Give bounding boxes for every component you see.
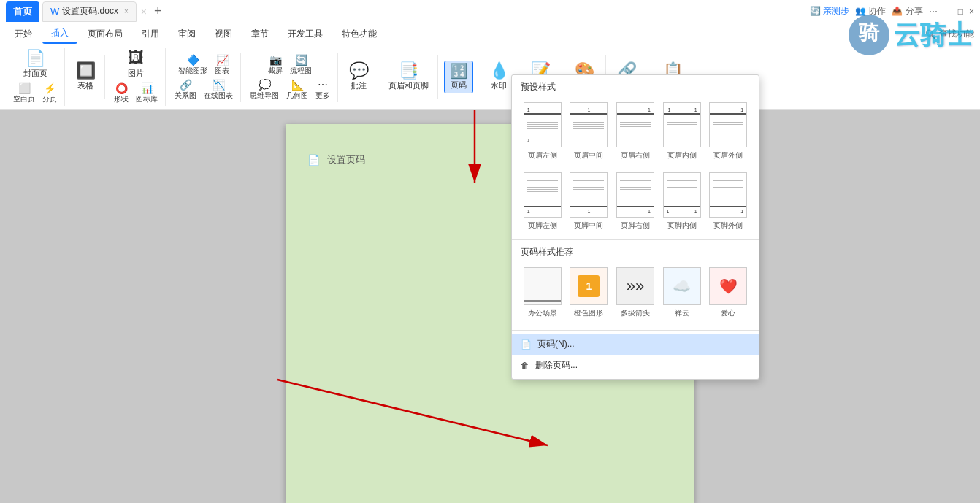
tab-insert[interactable]: 插入 [42, 24, 77, 44]
preset-thumb-footer-inner: 1 1 [663, 172, 701, 218]
group-pageno: 🔢 页码 [440, 55, 478, 99]
header-presets-grid: 1 1 页眉左侧 1 [512, 96, 759, 166]
pageno-custom-btn[interactable]: 📄 页码(N)... [512, 334, 759, 355]
main-area: 📄 设置页码 [0, 110, 980, 503]
group-smart: 🔷 智能图形 📈 图表 🔗 关系图 📉 在线图表 [167, 53, 241, 102]
preset-thumb-header-center: 1 [570, 102, 608, 147]
screenshot-btn[interactable]: 📷 截屏 [265, 53, 286, 77]
svg-text:骑: 骑 [858, 21, 880, 44]
mindmap-btn[interactable]: 💭 思维导图 [247, 77, 282, 102]
tab-home[interactable]: 开始 [6, 25, 41, 43]
pageno-icon: 🔢 [450, 64, 468, 78]
style-thumb-hearts: ❤️ [709, 267, 747, 305]
table-btn[interactable]: 🔲 表格 [71, 61, 100, 93]
geo-btn[interactable]: 📐 几何图 [283, 77, 311, 102]
comment-btn[interactable]: 💬 批注 [344, 61, 373, 93]
style-label-orange: 橙色图形 [574, 308, 603, 318]
shape-btn[interactable]: ⭕ 形状 [111, 81, 131, 106]
logo-text: 云骑士 [894, 18, 973, 53]
image-btn[interactable]: 🖼 图片 [121, 48, 150, 81]
delete-pageno-btn[interactable]: 🗑 删除页码... [512, 355, 759, 376]
image-label: 图片 [128, 68, 144, 79]
tab-view[interactable]: 视图 [206, 25, 241, 43]
close-tab-btn[interactable]: × [124, 7, 129, 15]
header-footer-label: 页眉和页脚 [388, 80, 429, 91]
file-tab-label: 设置页码.docx [62, 5, 118, 18]
online-chart-btn[interactable]: 📉 在线图表 [201, 77, 236, 102]
footer-presets-grid: 1 页脚左侧 1 页脚中间 [512, 166, 759, 237]
watermark-btn[interactable]: 💧 水印 [484, 61, 513, 93]
header-icon: 📄 [307, 154, 320, 166]
image-icon: 🖼 [128, 50, 144, 66]
style-arrows[interactable]: »» 多级箭头 [613, 264, 657, 321]
tab-reference[interactable]: 引用 [133, 25, 168, 43]
preset-label-header-inner: 页眉内侧 [667, 150, 697, 161]
close-window-btn[interactable]: × [141, 6, 147, 18]
shape-label: 形状 [114, 94, 129, 104]
header-footer-icon: 📑 [399, 63, 418, 79]
delete-pageno-icon: 🗑 [521, 361, 529, 371]
relation-label: 关系图 [175, 91, 196, 101]
style-thumb-arrows: »» [616, 267, 654, 305]
iconlib-label: 图标库 [136, 94, 158, 104]
tab-layout[interactable]: 页面布局 [79, 25, 131, 43]
more-icon: ⋯ [318, 79, 328, 91]
tab-review[interactable]: 审阅 [169, 25, 204, 43]
blank-btn[interactable]: ⬜ 空白页 [10, 81, 38, 106]
preset-header-outer[interactable]: 1 页眉外侧 [706, 99, 750, 164]
style-label-hearts: 爱心 [721, 308, 735, 318]
pageno-btn[interactable]: 🔢 页码 [444, 61, 473, 93]
smart-shape-btn[interactable]: 🔷 智能图形 [175, 53, 210, 77]
preset-footer-right[interactable]: 1 页脚右侧 [613, 169, 657, 234]
more-btn2[interactable]: ⋯ 更多 [313, 77, 333, 102]
preset-footer-left[interactable]: 1 页脚左侧 [521, 169, 564, 234]
style-office[interactable]: 办公场景 [521, 264, 564, 321]
preset-header-center[interactable]: 1 页眉中间 [567, 99, 611, 164]
style-clouds[interactable]: ☁️ 祥云 [660, 264, 704, 321]
pageno-custom-label: 页码(N)... [537, 338, 575, 350]
preset-footer-center[interactable]: 1 页脚中间 [567, 169, 611, 234]
group-comment: 💬 批注 [340, 55, 378, 99]
tab-chapter[interactable]: 章节 [242, 25, 277, 43]
home-tab[interactable]: 首页 [6, 1, 39, 22]
tab-dev[interactable]: 开发工具 [279, 25, 332, 43]
preset-label-header-center: 页眉中间 [574, 150, 603, 161]
page-label: 设置页码 [327, 153, 365, 166]
preset-label-footer-outer: 页脚外侧 [713, 220, 743, 231]
flowchart-btn[interactable]: 🔄 流程图 [287, 53, 315, 77]
iconlib-icon: 📊 [141, 82, 153, 94]
preset-thumb-header-inner: 1 1 [663, 102, 701, 147]
relation-icon: 🔗 [180, 79, 192, 91]
header-footer-btn[interactable]: 📑 页眉和页脚 [384, 61, 433, 93]
tab-special[interactable]: 特色功能 [333, 25, 386, 43]
cover-btn[interactable]: 📄 封面页 [19, 48, 52, 81]
preset-footer-inner[interactable]: 1 1 页脚内侧 [660, 169, 704, 234]
group-header-footer: 📑 页眉和页脚 [380, 55, 438, 99]
group-images: 🖼 图片 ⭕ 形状 📊 图标库 [107, 48, 166, 106]
add-tab-btn[interactable]: + [154, 4, 162, 19]
relation-btn[interactable]: 🔗 关系图 [172, 77, 199, 102]
pagebreak-btn[interactable]: ⚡ 分页 [39, 81, 60, 106]
preset-thumb-header-outer: 1 [709, 102, 747, 147]
file-tab[interactable]: W 设置页码.docx × [42, 1, 137, 22]
preset-header-right[interactable]: 1 页眉右侧 [613, 99, 657, 164]
page-header-indicator: 📄 设置页码 [307, 153, 365, 166]
watermark-icon: 💧 [489, 63, 509, 79]
cover-label: 封面页 [23, 68, 47, 79]
preset-header-left[interactable]: 1 1 页眉左侧 [521, 99, 564, 164]
preset-footer-outer[interactable]: 1 页脚外侧 [706, 169, 750, 234]
style-orange[interactable]: 1 橙色图形 [567, 264, 611, 321]
more-label: 更多 [315, 91, 330, 101]
preset-header-inner[interactable]: 1 1 页眉内侧 [660, 99, 704, 164]
group-pages: 📄 封面页 ⬜ 空白页 ⚡ 分页 [6, 48, 65, 106]
preset-label-header-outer: 页眉外侧 [713, 150, 743, 161]
iconlib-btn[interactable]: 📊 图标库 [133, 81, 161, 106]
smart-shape-icon: 🔷 [187, 54, 199, 66]
chart-btn[interactable]: 📈 图表 [212, 53, 232, 77]
chart-icon: 📈 [216, 54, 229, 66]
title-bar: 首页 W 设置页码.docx × × + 🔄 亲测步 👥 协作 📤 分享 ⋯ —… [0, 0, 980, 23]
blank-icon: ⬜ [18, 82, 31, 94]
geo-icon: 📐 [291, 79, 304, 91]
style-hearts[interactable]: ❤️ 爱心 [706, 264, 750, 321]
pagebreak-icon: ⚡ [44, 82, 56, 94]
